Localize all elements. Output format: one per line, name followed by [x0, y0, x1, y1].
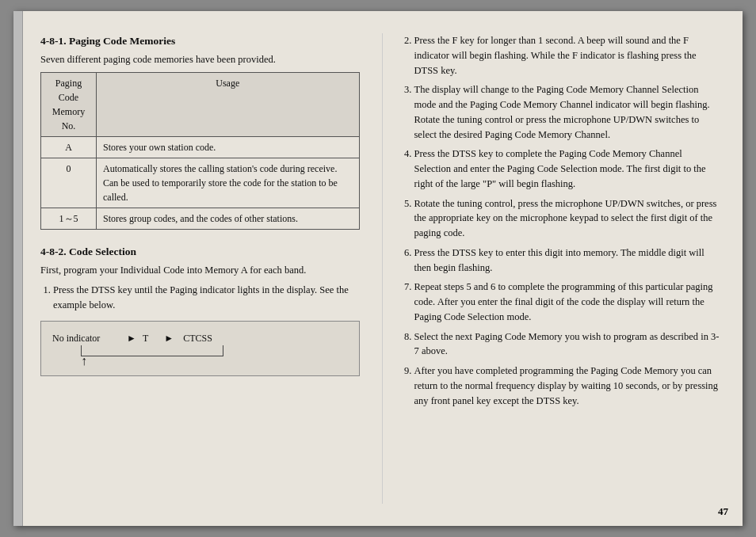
table-cell-usage: Automatically stores the calling station… [97, 158, 360, 208]
table-cell-memory: 0 [41, 158, 97, 208]
right-step-8: Select the next Paging Code Memory you w… [414, 329, 721, 360]
right-step-5: Rotate the tuning control, press the mic… [414, 196, 721, 241]
paging-code-table: Paging CodeMemory No. Usage A Stores you… [40, 72, 360, 230]
table-header-col2: Usage [97, 73, 360, 137]
left-steps-list: Press the DTSS key until the Paging indi… [40, 283, 360, 313]
left-column: 4-8-1. Paging Code Memories Seven differ… [40, 33, 360, 504]
right-column: Press the F key for longer than 1 second… [382, 33, 721, 504]
table-row: A Stores your own station code. [41, 137, 360, 158]
table-header-col1: Paging CodeMemory No. [41, 73, 97, 137]
diagram-labels: No indicator ► T ► CTCSS [52, 331, 348, 345]
page: 4-8-1. Paging Code Memories Seven differ… [13, 11, 743, 526]
spine [13, 11, 23, 526]
right-step-7: Repeat steps 5 and 6 to complete the pro… [414, 280, 721, 324]
right-step-6: Press the DTSS key to enter this digit i… [414, 246, 721, 276]
right-steps-list: Press the F key for longer than 1 second… [402, 33, 721, 408]
section2: 4-8-2. Code Selection First, program you… [40, 244, 360, 376]
table-cell-usage: Stores your own station code. [97, 137, 360, 158]
diagram-label-right: CTCSS [183, 331, 212, 345]
page-number: 47 [718, 505, 728, 518]
content-area: 4-8-1. Paging Code Memories Seven differ… [23, 11, 743, 526]
right-step-4: Press the DTSS key to complete the Pagin… [414, 147, 721, 191]
arrow1: ► [127, 331, 136, 345]
left-step-1: Press the DTSS key until the Paging indi… [53, 283, 360, 313]
diagram-label-middle: T [143, 331, 148, 345]
section2-heading: 4-8-2. Code Selection [40, 244, 360, 260]
diagram-label-left: No indicator [52, 331, 124, 345]
arrow2: ► [164, 331, 174, 345]
table-row: 0 Automatically stores the calling stati… [41, 158, 360, 208]
section2-intro: First, program your Individual Code into… [40, 263, 360, 278]
right-step-3: The display will change to the Paging Co… [414, 82, 721, 142]
right-step-9: After you have completed programming the… [414, 364, 721, 408]
section1-intro: Seven different paging code memories hav… [40, 52, 360, 67]
table-cell-memory: 1～5 [41, 208, 97, 230]
diagram-area: No indicator ► T ► CTCSS ↑ [40, 321, 360, 376]
section1-heading: 4-8-1. Paging Code Memories [40, 33, 360, 49]
right-step-2: Press the F key for longer than 1 second… [414, 33, 721, 78]
table-cell-memory: A [41, 137, 97, 158]
table-cell-usage: Stores group codes, and the codes of oth… [97, 208, 360, 230]
diagram-up-arrow: ↑ [81, 355, 348, 368]
table-row: 1～5 Stores group codes, and the codes of… [41, 208, 360, 230]
